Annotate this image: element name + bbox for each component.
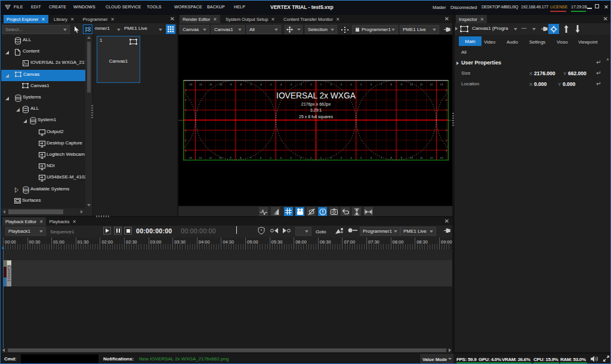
svg-text:-11: -11 bbox=[209, 83, 213, 86]
svg-text:12: 12 bbox=[430, 156, 433, 159]
svg-text:-3: -3 bbox=[289, 83, 292, 86]
svg-text:-1: -1 bbox=[310, 83, 312, 86]
svg-text:-4: -4 bbox=[280, 83, 282, 86]
svg-text:10: 10 bbox=[410, 156, 413, 159]
svg-text:11: 11 bbox=[420, 83, 423, 86]
svg-text:13: 13 bbox=[189, 156, 192, 159]
svg-text:-5: -5 bbox=[270, 83, 272, 86]
svg-text:-2: -2 bbox=[300, 83, 302, 86]
svg-text:25 x 8 full squares: 25 x 8 full squares bbox=[299, 115, 333, 119]
svg-text:12: 12 bbox=[430, 83, 433, 86]
svg-text:-13: -13 bbox=[189, 83, 193, 86]
svg-text:10: 10 bbox=[410, 83, 413, 86]
svg-text:2176px x 662px: 2176px x 662px bbox=[301, 102, 331, 107]
svg-text:11: 11 bbox=[209, 156, 212, 159]
svg-text:-8: -8 bbox=[239, 83, 242, 86]
svg-text:10: 10 bbox=[219, 156, 222, 159]
svg-text:-10: -10 bbox=[218, 83, 223, 86]
svg-text:3.29:1: 3.29:1 bbox=[310, 108, 322, 112]
svg-text:-12: -12 bbox=[199, 83, 203, 86]
svg-text:11: 11 bbox=[420, 156, 423, 159]
svg-text:IOVERSAL 2x WXGA: IOVERSAL 2x WXGA bbox=[276, 91, 356, 100]
svg-text:12: 12 bbox=[199, 156, 202, 159]
svg-text:-7: -7 bbox=[249, 83, 252, 86]
svg-text:-9: -9 bbox=[229, 83, 232, 86]
svg-text:-6: -6 bbox=[260, 83, 262, 86]
svg-text:13: 13 bbox=[440, 156, 443, 159]
svg-text:13: 13 bbox=[440, 83, 443, 86]
